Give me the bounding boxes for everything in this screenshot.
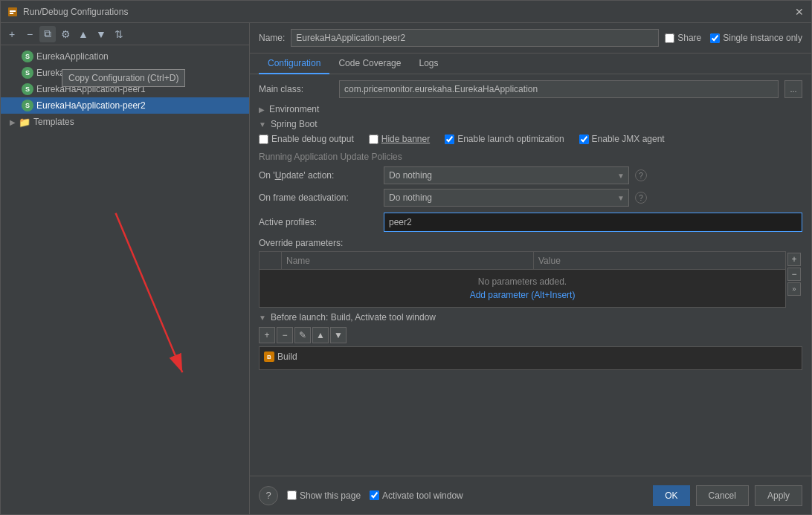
close-button[interactable]: ✕ (793, 6, 805, 18)
single-instance-checkbox[interactable] (710, 33, 720, 43)
tab-code-coverage[interactable]: Code Coverage (329, 54, 410, 74)
activate-tool-window-row[interactable]: Activate tool window (370, 490, 463, 501)
tab-logs[interactable]: Logs (410, 54, 447, 74)
on-frame-dropdown[interactable]: Do nothing Update classes and resources … (384, 189, 629, 207)
folder-icon: 📁 (19, 117, 30, 128)
environment-toggle-icon: ▶ (259, 106, 265, 114)
bottom-left: ? Show this page Activate tool window (259, 486, 647, 505)
on-update-dropdown[interactable]: Do nothing Update classes and resources … (384, 166, 629, 184)
spring-boot-toggle-icon: ▼ (259, 120, 266, 129)
before-launch-header[interactable]: ▼ Before launch: Build, Activate tool wi… (259, 312, 802, 323)
bl-up-button[interactable]: ▲ (312, 327, 329, 343)
name-label: Name: (259, 33, 285, 43)
environment-section-header[interactable]: ▶ Environment (259, 104, 802, 114)
enable-debug-output-checkbox[interactable] (259, 135, 268, 144)
add-param-link[interactable]: Add parameter (Alt+Insert) (470, 290, 576, 300)
params-table-body: No parameters added. Add parameter (Alt+… (260, 270, 785, 307)
activate-tool-window-checkbox[interactable] (370, 490, 379, 500)
params-table: Name Value No parameters added. (259, 251, 786, 308)
on-frame-help-icon[interactable]: ? (635, 192, 647, 204)
params-check-col (260, 252, 282, 269)
hide-banner-option[interactable]: Hide banner (369, 134, 430, 144)
main-class-row: Main class: ... (259, 80, 802, 98)
active-profiles-label: Active profiles: (259, 217, 378, 227)
add-param-anchor[interactable]: Add parameter (Alt+Insert) (470, 290, 576, 300)
bl-add-button[interactable]: + (259, 327, 275, 343)
bl-down-button[interactable]: ▼ (330, 327, 347, 343)
add-param-button[interactable]: + (787, 253, 801, 266)
enable-launch-opt-checkbox[interactable] (445, 135, 454, 144)
tree-item-eureka-app[interactable]: S EurekaApplication (1, 48, 249, 65)
name-row: Name: Share Single instance only (250, 23, 811, 54)
config-tree: S EurekaApplication S EurekaHiApplicatio… (1, 45, 249, 133)
active-profiles-input[interactable] (384, 213, 802, 232)
on-frame-label: On frame deactivation: (259, 192, 378, 203)
tree-item-templates[interactable]: ▶ 📁 Templates (1, 114, 249, 130)
remove-config-button[interactable]: − (22, 26, 38, 42)
title-bar-text: Run/Debug Configurations (23, 7, 793, 17)
bl-edit-button[interactable]: ✎ (294, 327, 311, 343)
main-class-browse-button[interactable]: ... (784, 80, 802, 98)
spring-icon: S (22, 100, 33, 111)
window-icon (7, 6, 19, 18)
before-launch-toggle-icon: ▼ (259, 314, 266, 322)
ok-button[interactable]: OK (653, 485, 689, 506)
params-table-header: Name Value (260, 252, 785, 270)
remove-param-button[interactable]: − (787, 268, 801, 281)
bl-remove-button[interactable]: − (277, 327, 293, 343)
on-frame-dropdown-wrapper: Do nothing Update classes and resources … (384, 189, 629, 207)
enable-launch-opt-option[interactable]: Enable launch optimization (445, 134, 564, 144)
before-launch-list: B Build (259, 346, 802, 370)
title-bar: Run/Debug Configurations ✕ (1, 1, 811, 23)
apply-button[interactable]: Apply (755, 485, 802, 506)
build-icon: B (264, 352, 274, 362)
on-frame-row: On frame deactivation: Do nothing Update… (259, 189, 802, 207)
enable-debug-output-option[interactable]: Enable debug output (259, 134, 354, 144)
main-class-label: Main class: (259, 84, 333, 94)
on-update-row: On 'Update' action: Do nothing Update cl… (259, 166, 802, 184)
before-launch-toolbar: + − ✎ ▲ ▼ (259, 327, 802, 343)
down-button[interactable]: ▼ (93, 26, 109, 42)
svg-rect-1 (10, 10, 16, 12)
bl-build-item[interactable]: B Build (260, 347, 802, 366)
copy-config-tooltip: Copy Configuration (Ctrl+D) (62, 69, 185, 87)
tab-configuration[interactable]: Configuration (259, 54, 329, 74)
bottom-bar: ? Show this page Activate tool window OK… (250, 476, 811, 514)
svg-rect-2 (10, 13, 13, 14)
settings-button[interactable]: ⚙ (57, 26, 74, 42)
spring-icon: S (22, 67, 33, 79)
on-update-label: On 'Update' action: (259, 170, 378, 181)
config-area: Main class: ... ▶ Environment ▼ Spring B… (250, 74, 811, 476)
spring-boot-options: Enable debug output Hide banner Enable l… (259, 134, 802, 144)
show-this-page-row[interactable]: Show this page (287, 490, 361, 501)
hide-banner-checkbox[interactable] (369, 135, 378, 144)
override-params-section: Override parameters: Name Value (259, 238, 802, 308)
tree-item-eureka-ha-peer2[interactable]: S EurekaHaApplication-peer2 (1, 97, 249, 114)
single-instance-checkbox-row[interactable]: Single instance only (710, 33, 802, 43)
spring-icon: S (22, 51, 33, 62)
enable-jmx-option[interactable]: Enable JMX agent (579, 134, 665, 144)
on-update-help-icon[interactable]: ? (635, 169, 647, 181)
spring-boot-section-header[interactable]: ▼ Spring Boot (259, 119, 802, 129)
main-class-input[interactable] (339, 80, 779, 98)
help-button[interactable]: ? (259, 486, 278, 505)
active-profiles-row: Active profiles: (259, 213, 802, 232)
params-name-col: Name (282, 252, 534, 269)
copy-config-button[interactable]: ⧉ Copy Configuration (Ctrl+D) (39, 26, 56, 42)
on-update-dropdown-wrapper: Do nothing Update classes and resources … (384, 166, 629, 184)
show-this-page-checkbox[interactable] (287, 490, 297, 500)
add-config-button[interactable]: + (4, 26, 20, 42)
share-checkbox-row[interactable]: Share (665, 33, 701, 43)
expand-button[interactable]: » (787, 282, 801, 296)
params-table-container: Name Value No parameters added. (259, 251, 802, 308)
left-panel: + − ⧉ Copy Configuration (Ctrl+D) ⚙ ▲ ▼ … (1, 23, 250, 514)
enable-jmx-checkbox[interactable] (579, 135, 589, 144)
svg-line-4 (116, 213, 183, 372)
share-checkbox[interactable] (665, 33, 674, 43)
sort-button[interactable]: ⇅ (111, 26, 127, 42)
tabs-bar: Configuration Code Coverage Logs (250, 54, 811, 74)
name-input[interactable] (291, 29, 659, 47)
name-right: Share Single instance only (665, 33, 802, 43)
cancel-button[interactable]: Cancel (696, 485, 749, 506)
up-button[interactable]: ▲ (75, 26, 91, 42)
